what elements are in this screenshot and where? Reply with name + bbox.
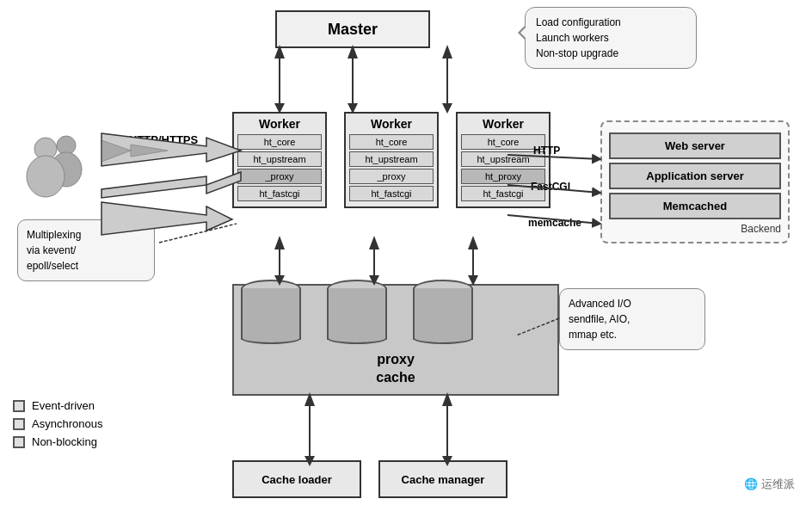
- backend-memcached: Memcached: [609, 193, 781, 219]
- backend-web-server: Web server: [609, 132, 781, 159]
- fastcgi-protocol-label: FastCGI: [531, 181, 570, 193]
- worker-2-module-3: _proxy: [349, 169, 434, 184]
- people-svg: [13, 133, 99, 202]
- worker-box-3: Worker ht_core ht_upstream ht_proxy ht_f…: [456, 112, 551, 208]
- watermark: 🌐 运维派: [744, 477, 795, 492]
- watermark-text: 运维派: [761, 477, 795, 490]
- master-bubble-text: Load configurationLaunch workersNon-stop…: [536, 16, 621, 59]
- cylinder-3: [413, 275, 473, 344]
- legend-box-1: [13, 400, 25, 412]
- callout-multiplexing: Multiplexingvia kevent/epoll/select: [17, 219, 155, 281]
- svg-marker-8: [102, 172, 241, 198]
- svg-point-3: [27, 156, 65, 197]
- proxy-cache-label: proxycache: [376, 351, 415, 387]
- legend-event-driven: Event-driven: [13, 399, 102, 412]
- cache-loader-box: Cache loader: [232, 460, 361, 498]
- cylinder-3-bottom: [413, 332, 473, 344]
- callout-advanced-io-text: Advanced I/Osendfile, AIO,mmap etc.: [569, 298, 631, 341]
- worker-2-module-4: ht_fastcgi: [349, 186, 434, 201]
- backend-label: Backend: [609, 223, 781, 235]
- http-https-label: HTTP/HTTPS: [129, 133, 198, 146]
- master-label: Master: [328, 21, 378, 39]
- legend-label-3: Non-blocking: [32, 435, 97, 448]
- cache-bottom-group: Cache loader Cache manager: [232, 460, 508, 498]
- callout-advanced-io: Advanced I/Osendfile, AIO,mmap etc.: [559, 288, 705, 350]
- memcache-protocol-label: memcache: [528, 217, 581, 229]
- worker-1-module-1: ht_core: [237, 134, 322, 150]
- db-container: [241, 275, 473, 344]
- cache-loader-label: Cache loader: [261, 473, 332, 486]
- legend-box-3: [13, 436, 25, 448]
- worker-1-title: Worker: [237, 117, 322, 131]
- worker-1-module-3: _proxy: [237, 169, 322, 184]
- legend: Event-driven Asynchronous Non-blocking: [13, 399, 102, 453]
- master-box: Master: [275, 10, 430, 48]
- worker-2-module-1: ht_core: [349, 134, 434, 150]
- worker-3-title: Worker: [461, 117, 545, 131]
- worker-group: Worker ht_core ht_upstream _proxy ht_fas…: [232, 112, 551, 208]
- legend-asynchronous: Asynchronous: [13, 417, 102, 430]
- http-protocol-label: HTTP: [533, 145, 560, 157]
- people-icon: [13, 133, 99, 205]
- worker-1-module-2: ht_upstream: [237, 151, 322, 167]
- legend-label-2: Asynchronous: [32, 417, 102, 430]
- backend-panel: Web server Application server Memcached …: [600, 120, 790, 243]
- cache-manager-label: Cache manager: [402, 473, 485, 486]
- worker-2-module-2: ht_upstream: [349, 151, 434, 167]
- cylinder-1: [241, 275, 301, 344]
- svg-line-19: [159, 224, 237, 243]
- worker-1-module-4: ht_fastcgi: [237, 186, 322, 201]
- cylinder-2-bottom: [327, 332, 387, 344]
- cylinder-1-bottom: [241, 332, 301, 344]
- master-bubble: Load configurationLaunch workersNon-stop…: [525, 7, 697, 69]
- legend-label-1: Event-driven: [32, 399, 95, 412]
- diagram-container: Master Load configurationLaunch workersN…: [0, 0, 812, 505]
- worker-box-2: Worker ht_core ht_upstream _proxy ht_fas…: [344, 112, 439, 208]
- cache-manager-box: Cache manager: [378, 460, 508, 498]
- callout-multiplexing-text: Multiplexingvia kevent/epoll/select: [27, 229, 81, 272]
- backend-app-server: Application server: [609, 163, 781, 189]
- legend-box-2: [13, 418, 25, 430]
- legend-non-blocking: Non-blocking: [13, 435, 102, 448]
- worker-box-1: Worker ht_core ht_upstream _proxy ht_fas…: [232, 112, 327, 208]
- worker-2-title: Worker: [349, 117, 434, 131]
- cylinder-2: [327, 275, 387, 344]
